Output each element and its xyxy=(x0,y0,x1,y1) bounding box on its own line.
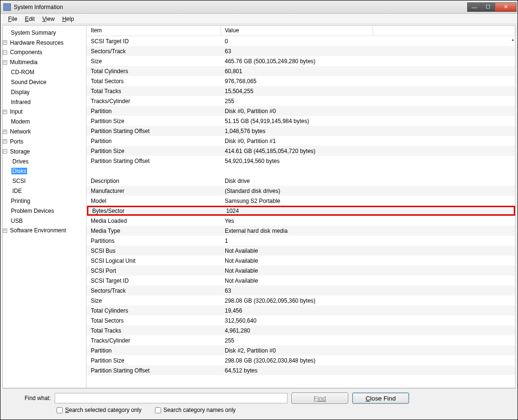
collapse-icon[interactable]: − xyxy=(3,149,7,153)
tree-item-infrared[interactable]: Infrared xyxy=(3,97,86,107)
close-find-button[interactable]: Close Find xyxy=(352,392,409,404)
list-row[interactable]: Tracks/Cylinder255 xyxy=(87,96,515,106)
tree-item-network[interactable]: +Network xyxy=(3,126,86,136)
menu-file[interactable]: File xyxy=(4,14,21,24)
list-row[interactable]: SCSI PortNot Available xyxy=(87,266,515,276)
list-row[interactable]: Partition Starting Offset64,512 bytes xyxy=(87,365,515,375)
tree-label[interactable]: Components xyxy=(9,49,43,56)
list-row[interactable]: Media TypeExternal hard disk media xyxy=(87,226,515,236)
menu-view[interactable]: View xyxy=(38,14,58,24)
tree-label[interactable]: SCSI xyxy=(11,178,27,184)
list-row[interactable]: Bytes/Sector1024 xyxy=(87,206,515,216)
search-category-names-checkbox[interactable]: Search category names only xyxy=(155,407,236,413)
tree-label[interactable]: Hardware Resources xyxy=(9,39,65,46)
list-row[interactable]: PartitionDisk #0, Partition #1 xyxy=(87,136,515,146)
scroll-up-icon[interactable]: ▴ xyxy=(512,37,514,42)
list-row[interactable]: SCSI Target IDNot Available xyxy=(87,276,515,286)
tree-label[interactable]: Modem xyxy=(10,118,31,125)
expand-icon[interactable]: + xyxy=(3,40,7,45)
tree-item-disks[interactable]: Disks xyxy=(3,166,86,176)
tree-label[interactable]: Multimedia xyxy=(9,59,38,66)
column-value[interactable]: Value xyxy=(221,26,373,36)
list-row[interactable]: Size465.76 GB (500,105,249,280 bytes) xyxy=(87,56,515,66)
tree-item-printing[interactable]: Printing xyxy=(3,196,86,206)
tree-label[interactable]: Ports xyxy=(9,138,24,145)
maximize-button[interactable]: ☐ xyxy=(481,2,495,12)
list-row[interactable]: Sectors/Track63 xyxy=(87,286,515,296)
expand-icon[interactable]: + xyxy=(3,60,7,65)
search-selected-checkbox[interactable]: Search selected category only xyxy=(57,407,142,413)
list-row[interactable]: PartitionDisk #0, Partition #0 xyxy=(87,106,515,116)
list-row[interactable]: Partition Size51.15 GB (54,919,145,984 b… xyxy=(87,116,515,126)
list-row[interactable]: Total Cylinders60,801 xyxy=(87,66,515,76)
tree-item-storage[interactable]: −Storage xyxy=(3,146,86,156)
expand-icon[interactable]: + xyxy=(3,130,7,134)
tree-item-ports[interactable]: +Ports xyxy=(3,136,86,146)
tree-label[interactable]: Network xyxy=(9,128,32,135)
list-row[interactable]: Sectors/Track63 xyxy=(87,46,515,56)
list-row[interactable]: Total Sectors976,768,065 xyxy=(87,76,515,86)
list-row[interactable]: ModelSamsung S2 Portable xyxy=(87,196,515,206)
tree-item-problem-devices[interactable]: Problem Devices xyxy=(3,206,86,216)
tree-label[interactable]: USB xyxy=(10,218,24,224)
tree-label[interactable]: Software Environment xyxy=(9,227,67,234)
tree-label[interactable]: Drives xyxy=(11,158,29,165)
close-button[interactable]: ✕ xyxy=(495,2,517,12)
list-row[interactable]: DescriptionDisk drive xyxy=(87,176,515,186)
tree-item-drives[interactable]: Drives xyxy=(3,156,86,166)
find-button[interactable]: Find xyxy=(291,392,348,404)
minimize-button[interactable]: — xyxy=(467,2,481,12)
list-row[interactable]: Media LoadedYes xyxy=(87,216,515,226)
list-row[interactable]: Total Cylinders19,456 xyxy=(87,305,515,315)
tree-label[interactable]: Display xyxy=(10,89,30,95)
menu-edit[interactable]: Edit xyxy=(21,14,38,24)
tree-item-usb[interactable]: USB xyxy=(3,216,86,226)
tree-panel[interactable]: System Summary+Hardware Resources−Compon… xyxy=(3,26,86,388)
list-row[interactable]: SCSI Logical UnitNot Available xyxy=(87,256,515,266)
list-row[interactable]: PartitionDisk #2, Partition #0 xyxy=(87,345,515,355)
tree-item-system-summary[interactable]: System Summary xyxy=(3,28,86,38)
list-row[interactable]: Partition Size298.08 GB (320,062,030,848… xyxy=(87,355,515,365)
tree-item-ide[interactable]: IDE xyxy=(3,186,86,196)
expand-icon[interactable]: + xyxy=(3,139,7,143)
menu-help[interactable]: Help xyxy=(58,14,78,24)
find-input[interactable] xyxy=(55,393,288,403)
tree-item-input[interactable]: +Input xyxy=(3,107,86,117)
expand-icon[interactable]: + xyxy=(3,229,7,233)
tree-item-multimedia[interactable]: +Multimedia xyxy=(3,57,86,67)
list-row[interactable]: Partition Starting Offset1,048,576 bytes xyxy=(87,126,515,136)
list-row[interactable]: SCSI BusNot Available xyxy=(87,246,515,256)
list-row[interactable]: Partitions1 xyxy=(87,236,515,246)
tree-label[interactable]: Sound Device xyxy=(10,79,48,86)
list-body[interactable]: ▴ SCSI Target ID0Sectors/Track63Size465.… xyxy=(87,36,515,388)
tree-item-scsi[interactable]: SCSI xyxy=(3,176,86,186)
tree-item-components[interactable]: −Components xyxy=(3,48,86,57)
tree-label[interactable]: CD-ROM xyxy=(10,69,35,76)
list-row[interactable]: Manufacturer(Standard disk drives) xyxy=(87,186,515,196)
tree-label[interactable]: Disks xyxy=(11,168,27,174)
list-row[interactable]: Tracks/Cylinder255 xyxy=(87,335,515,345)
expand-icon[interactable]: + xyxy=(3,110,7,114)
tree-item-software-environment[interactable]: +Software Environment xyxy=(3,226,86,236)
tree-item-display[interactable]: Display xyxy=(3,87,86,97)
tree-label[interactable]: System Summary xyxy=(10,29,57,36)
list-row[interactable]: Size298.08 GB (320,062,095,360 bytes) xyxy=(87,296,515,305)
search-category-names-checkbox-input[interactable] xyxy=(155,407,161,413)
tree-label[interactable]: Storage xyxy=(9,148,31,155)
tree-label[interactable]: Infrared xyxy=(10,99,31,105)
list-row[interactable]: Total Tracks4,961,280 xyxy=(87,325,515,335)
list-row[interactable]: Total Sectors312,560,640 xyxy=(87,315,515,325)
list-row[interactable]: Partition Size414.61 GB (445,185,054,720… xyxy=(87,146,515,156)
list-row[interactable]: Total Tracks15,504,255 xyxy=(87,86,515,96)
column-item[interactable]: Item xyxy=(87,26,221,36)
tree-item-modem[interactable]: Modem xyxy=(3,116,86,126)
tree-item-cd-rom[interactable]: CD-ROM xyxy=(3,67,86,77)
tree-label[interactable]: Printing xyxy=(10,198,31,204)
tree-item-hardware-resources[interactable]: +Hardware Resources xyxy=(3,38,86,48)
search-selected-checkbox-input[interactable] xyxy=(57,407,63,413)
tree-label[interactable]: Problem Devices xyxy=(10,208,55,214)
tree-label[interactable]: IDE xyxy=(11,188,23,194)
collapse-icon[interactable]: − xyxy=(3,50,7,55)
tree-label[interactable]: Input xyxy=(9,108,24,115)
tree-item-sound-device[interactable]: Sound Device xyxy=(3,77,86,87)
